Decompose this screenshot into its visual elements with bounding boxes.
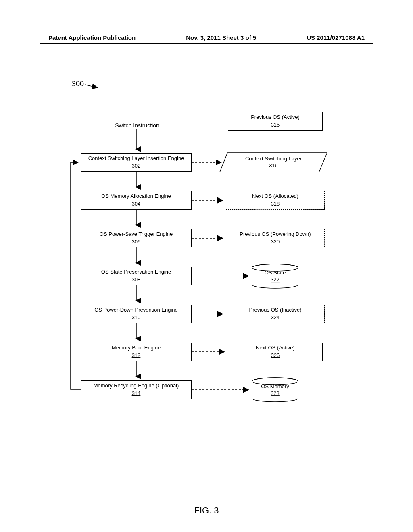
box-label: Previous OS (Active) <box>251 114 300 121</box>
switch-instruction-label: Switch Instruction <box>105 122 169 129</box>
figure-label: FIG. 3 <box>0 505 413 516</box>
arrow-308-310 <box>134 285 138 305</box>
box-ref: 314 <box>132 390 141 397</box>
arrow-302-304 <box>134 172 138 191</box>
box-ref: 304 <box>132 201 141 208</box>
box-next-os-active: Next OS (Active) 326 <box>228 343 323 361</box>
box-ref: 328 <box>271 390 280 396</box>
svg-line-0 <box>85 85 97 87</box>
box-label: Previous OS (Inactive) <box>249 307 301 314</box>
box-label: Next OS (Active) <box>256 345 295 351</box>
box-label: Next OS (Allocated) <box>252 193 298 200</box>
parallelogram-context-switching-layer: Context Switching Layer 316 <box>219 152 327 172</box>
box-label: Memory Boot Engine <box>112 345 161 351</box>
diagram-reference-label: 300 <box>72 80 84 88</box>
box-label: OS State Preservation Engine <box>101 269 171 276</box>
box-label: OS State <box>265 270 286 276</box>
box-label: OS Power-Save Trigger Engine <box>100 231 173 238</box>
dash-310-324 <box>192 312 228 316</box>
box-previous-os-inactive: Previous OS (Inactive) 324 <box>226 305 325 323</box>
header-rule <box>40 43 373 44</box>
box-ref: 310 <box>132 314 141 321</box>
box-ref: 315 <box>271 122 280 129</box>
box-label: Context Switching Layer <box>245 156 302 162</box>
box-label: OS Power-Down Prevention Engine <box>94 307 178 314</box>
header-left: Patent Application Publication <box>48 34 136 41</box>
box-ref: 320 <box>271 239 280 245</box>
header-center: Nov. 3, 2011 Sheet 3 of 5 <box>186 34 256 41</box>
box-os-power-down-prevention-engine: OS Power-Down Prevention Engine 310 <box>81 305 192 323</box>
box-context-switching-engine: Context Switching Layer Insertion Engine… <box>81 153 192 172</box>
box-label: Memory Recycling Engine (Optional) <box>94 382 179 389</box>
box-ref: 326 <box>271 352 280 359</box>
box-previous-os-powering-down: Previous OS (Powering Down) 320 <box>226 229 325 247</box>
arrow-304-306 <box>134 210 138 229</box>
box-memory-boot-engine: Memory Boot Engine 312 <box>81 343 192 361</box>
dash-306-320 <box>192 236 228 240</box>
box-ref: 324 <box>271 314 280 321</box>
box-ref: 302 <box>132 163 141 170</box>
figure-diagram: 300 Switch Instruction Context Switching… <box>0 69 413 492</box>
box-next-os-allocated: Next OS (Allocated) 318 <box>226 191 325 210</box>
ref-leader-arrow <box>85 83 105 91</box>
box-ref: 306 <box>132 239 141 245</box>
arrow-feedback-314-302 <box>69 161 85 391</box>
box-previous-os-active: Previous OS (Active) 315 <box>228 112 323 131</box>
cylinder-os-state: OS State 322 <box>251 264 299 289</box>
box-ref: 318 <box>271 201 280 208</box>
arrow-306-308 <box>134 247 138 267</box>
dash-314-328 <box>192 388 254 392</box>
box-label: Context Switching Layer Insertion Engine <box>88 155 184 162</box>
box-memory-recycling-engine: Memory Recycling Engine (Optional) 314 <box>81 380 192 399</box>
box-os-state-preservation-engine: OS State Preservation Engine 308 <box>81 267 192 285</box>
dash-312-326 <box>192 350 230 354</box>
box-ref: 316 <box>269 162 278 168</box>
page-header: Patent Application Publication Nov. 3, 2… <box>0 34 413 41</box>
arrow-310-312 <box>134 323 138 343</box>
box-label: OS Memory Allocation Engine <box>101 193 171 200</box>
dash-304-318 <box>192 198 228 202</box>
arrow-312-314 <box>134 361 138 380</box>
cylinder-os-memory: OS Memory 328 <box>251 377 299 402</box>
box-label: OS Memory <box>261 383 289 389</box>
box-ref: 308 <box>132 276 141 283</box>
box-ref: 312 <box>132 352 141 359</box>
arrow-switch-to-302 <box>134 129 138 153</box>
header-right: US 2011/0271088 A1 <box>307 34 365 41</box>
box-ref: 322 <box>271 276 280 283</box>
box-label: Previous OS (Powering Down) <box>240 231 311 238</box>
dash-308-322 <box>192 274 254 278</box>
box-os-power-save-trigger-engine: OS Power-Save Trigger Engine 306 <box>81 229 192 247</box>
box-os-memory-allocation-engine: OS Memory Allocation Engine 304 <box>81 191 192 210</box>
dash-302-316 <box>192 160 228 164</box>
